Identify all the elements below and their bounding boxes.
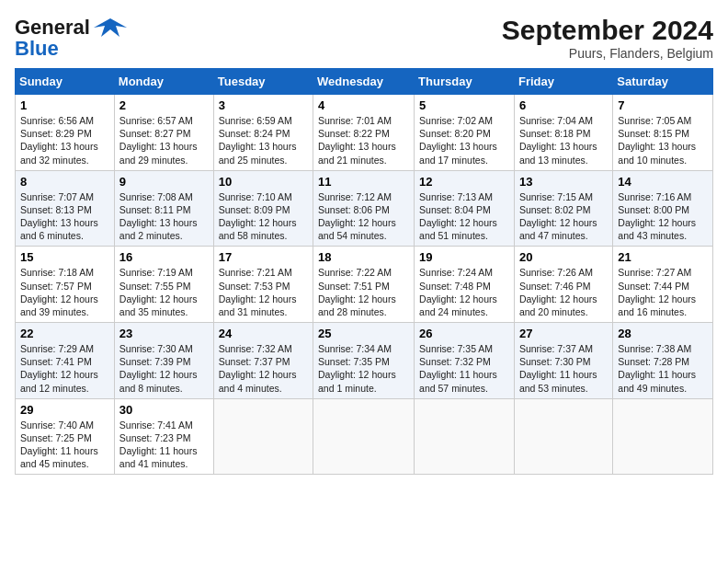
cell-details: Sunrise: 7:21 AMSunset: 7:53 PMDaylight:… xyxy=(219,266,308,318)
day-number: 8 xyxy=(20,175,109,189)
day-number: 1 xyxy=(20,98,109,112)
calendar-cell: 11Sunrise: 7:12 AMSunset: 8:06 PMDayligh… xyxy=(313,170,415,247)
calendar-cell: 25Sunrise: 7:34 AMSunset: 7:35 PMDayligh… xyxy=(313,323,415,399)
calendar-cell: 28Sunrise: 7:38 AMSunset: 7:28 PMDayligh… xyxy=(613,323,713,399)
cell-details: Sunrise: 7:22 AMSunset: 7:51 PMDaylight:… xyxy=(318,266,409,318)
cell-details: Sunrise: 7:27 AMSunset: 7:44 PMDaylight:… xyxy=(618,266,708,318)
calendar-cell xyxy=(514,398,612,475)
cell-details: Sunrise: 7:24 AMSunset: 7:48 PMDaylight:… xyxy=(419,266,509,318)
calendar-row-4: 29Sunrise: 7:40 AMSunset: 7:25 PMDayligh… xyxy=(16,398,713,475)
cell-details: Sunrise: 7:07 AMSunset: 8:13 PMDaylight:… xyxy=(20,190,109,243)
calendar-cell: 12Sunrise: 7:13 AMSunset: 8:04 PMDayligh… xyxy=(415,170,515,247)
cell-details: Sunrise: 7:12 AMSunset: 8:06 PMDaylight:… xyxy=(318,190,409,243)
calendar-cell: 15Sunrise: 7:18 AMSunset: 7:57 PMDayligh… xyxy=(16,247,115,323)
cell-details: Sunrise: 7:29 AMSunset: 7:41 PMDaylight:… xyxy=(20,342,109,395)
calendar-cell: 22Sunrise: 7:29 AMSunset: 7:41 PMDayligh… xyxy=(16,323,115,399)
day-number: 15 xyxy=(20,250,109,264)
calendar-row-0: 1Sunrise: 6:56 AMSunset: 8:29 PMDaylight… xyxy=(16,95,713,171)
cell-details: Sunrise: 6:57 AMSunset: 8:27 PMDaylight:… xyxy=(119,114,209,167)
calendar-cell: 16Sunrise: 7:19 AMSunset: 7:55 PMDayligh… xyxy=(114,247,213,323)
calendar-cell: 29Sunrise: 7:40 AMSunset: 7:25 PMDayligh… xyxy=(16,398,115,475)
day-number: 23 xyxy=(119,327,209,340)
cell-details: Sunrise: 7:37 AMSunset: 7:30 PMDaylight:… xyxy=(519,342,608,395)
cell-details: Sunrise: 7:16 AMSunset: 8:00 PMDaylight:… xyxy=(618,190,708,243)
logo-text-blue: Blue xyxy=(15,37,59,61)
day-number: 27 xyxy=(519,327,608,340)
calendar-cell: 6Sunrise: 7:04 AMSunset: 8:18 PMDaylight… xyxy=(514,95,612,171)
calendar-cell: 9Sunrise: 7:08 AMSunset: 8:11 PMDaylight… xyxy=(114,170,213,247)
calendar-row-2: 15Sunrise: 7:18 AMSunset: 7:57 PMDayligh… xyxy=(16,247,713,323)
day-number: 20 xyxy=(519,250,608,264)
svg-marker-0 xyxy=(94,18,127,37)
day-number: 28 xyxy=(618,327,708,340)
cell-details: Sunrise: 7:01 AMSunset: 8:22 PMDaylight:… xyxy=(318,114,409,167)
calendar-cell: 1Sunrise: 6:56 AMSunset: 8:29 PMDaylight… xyxy=(16,95,115,171)
calendar-cell: 5Sunrise: 7:02 AMSunset: 8:20 PMDaylight… xyxy=(415,95,515,171)
day-number: 17 xyxy=(219,250,308,264)
cell-details: Sunrise: 7:18 AMSunset: 7:57 PMDaylight:… xyxy=(20,266,109,318)
col-monday: Monday xyxy=(114,69,213,95)
day-number: 12 xyxy=(419,175,509,189)
day-number: 18 xyxy=(318,250,409,264)
day-number: 25 xyxy=(318,327,409,340)
calendar-cell xyxy=(415,398,515,475)
cell-details: Sunrise: 7:41 AMSunset: 7:23 PMDaylight:… xyxy=(119,419,209,471)
day-number: 10 xyxy=(219,175,308,189)
day-number: 3 xyxy=(219,98,308,112)
day-number: 21 xyxy=(618,250,708,264)
day-number: 5 xyxy=(419,98,509,112)
cell-details: Sunrise: 7:26 AMSunset: 7:46 PMDaylight:… xyxy=(519,266,608,318)
calendar-cell xyxy=(613,398,713,475)
day-number: 26 xyxy=(419,327,509,340)
cell-details: Sunrise: 7:15 AMSunset: 8:02 PMDaylight:… xyxy=(519,190,608,243)
day-number: 19 xyxy=(419,250,509,264)
cell-details: Sunrise: 7:05 AMSunset: 8:15 PMDaylight:… xyxy=(618,114,708,167)
day-number: 22 xyxy=(20,327,109,340)
title-block: September 2024 Puurs, Flanders, Belgium xyxy=(502,15,713,61)
col-thursday: Thursday xyxy=(415,69,515,95)
cell-details: Sunrise: 7:35 AMSunset: 7:32 PMDaylight:… xyxy=(419,342,509,395)
calendar-cell: 7Sunrise: 7:05 AMSunset: 8:15 PMDaylight… xyxy=(613,95,713,171)
cell-details: Sunrise: 7:40 AMSunset: 7:25 PMDaylight:… xyxy=(20,419,109,471)
calendar-cell: 24Sunrise: 7:32 AMSunset: 7:37 PMDayligh… xyxy=(213,323,313,399)
calendar-row-3: 22Sunrise: 7:29 AMSunset: 7:41 PMDayligh… xyxy=(16,323,713,399)
cell-details: Sunrise: 7:08 AMSunset: 8:11 PMDaylight:… xyxy=(119,190,209,243)
col-wednesday: Wednesday xyxy=(313,69,415,95)
day-number: 6 xyxy=(519,98,608,112)
calendar-cell: 13Sunrise: 7:15 AMSunset: 8:02 PMDayligh… xyxy=(514,170,612,247)
calendar-cell: 8Sunrise: 7:07 AMSunset: 8:13 PMDaylight… xyxy=(16,170,115,247)
logo-bird-icon xyxy=(94,15,127,40)
cell-details: Sunrise: 7:13 AMSunset: 8:04 PMDaylight:… xyxy=(419,190,509,243)
day-number: 29 xyxy=(20,403,109,417)
day-number: 30 xyxy=(119,403,209,417)
day-number: 16 xyxy=(119,250,209,264)
calendar-cell: 10Sunrise: 7:10 AMSunset: 8:09 PMDayligh… xyxy=(213,170,313,247)
calendar-row-1: 8Sunrise: 7:07 AMSunset: 8:13 PMDaylight… xyxy=(16,170,713,247)
calendar-cell: 23Sunrise: 7:30 AMSunset: 7:39 PMDayligh… xyxy=(114,323,213,399)
calendar-cell: 27Sunrise: 7:37 AMSunset: 7:30 PMDayligh… xyxy=(514,323,612,399)
col-friday: Friday xyxy=(514,69,612,95)
calendar-cell: 17Sunrise: 7:21 AMSunset: 7:53 PMDayligh… xyxy=(213,247,313,323)
day-number: 9 xyxy=(119,175,209,189)
calendar-cell: 3Sunrise: 6:59 AMSunset: 8:24 PMDaylight… xyxy=(213,95,313,171)
cell-details: Sunrise: 7:19 AMSunset: 7:55 PMDaylight:… xyxy=(119,266,209,318)
calendar-cell xyxy=(213,398,313,475)
cell-details: Sunrise: 7:30 AMSunset: 7:39 PMDaylight:… xyxy=(119,342,209,395)
day-number: 11 xyxy=(318,175,409,189)
cell-details: Sunrise: 7:38 AMSunset: 7:28 PMDaylight:… xyxy=(618,342,708,395)
cell-details: Sunrise: 6:56 AMSunset: 8:29 PMDaylight:… xyxy=(20,114,109,167)
calendar-header-row: Sunday Monday Tuesday Wednesday Thursday… xyxy=(16,69,713,95)
day-number: 24 xyxy=(219,327,308,340)
cell-details: Sunrise: 7:04 AMSunset: 8:18 PMDaylight:… xyxy=(519,114,608,167)
cell-details: Sunrise: 7:02 AMSunset: 8:20 PMDaylight:… xyxy=(419,114,509,167)
calendar-cell: 21Sunrise: 7:27 AMSunset: 7:44 PMDayligh… xyxy=(613,247,713,323)
day-number: 7 xyxy=(618,98,708,112)
cell-details: Sunrise: 6:59 AMSunset: 8:24 PMDaylight:… xyxy=(219,114,308,167)
page-header: General Blue September 2024 Puurs, Fland… xyxy=(15,15,713,61)
cell-details: Sunrise: 7:32 AMSunset: 7:37 PMDaylight:… xyxy=(219,342,308,395)
day-number: 13 xyxy=(519,175,608,189)
page-title: September 2024 xyxy=(502,15,713,46)
calendar-cell: 4Sunrise: 7:01 AMSunset: 8:22 PMDaylight… xyxy=(313,95,415,171)
calendar-cell: 14Sunrise: 7:16 AMSunset: 8:00 PMDayligh… xyxy=(613,170,713,247)
col-sunday: Sunday xyxy=(16,69,115,95)
